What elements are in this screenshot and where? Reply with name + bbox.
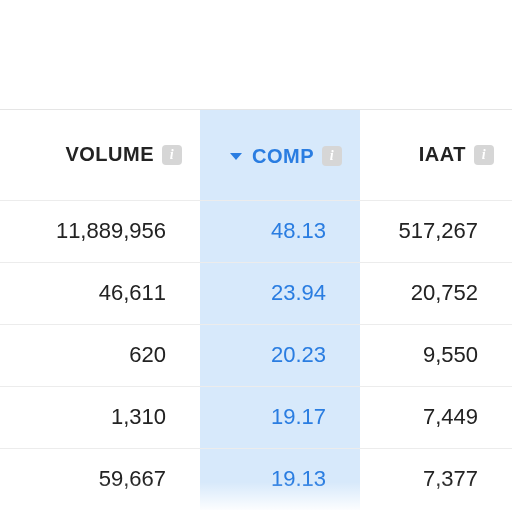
cell-volume: 59,667 — [0, 448, 200, 510]
data-table: VOLUME i COMP i IAAT i 11,889,956 — [0, 110, 512, 510]
cell-iaat: 7,377 — [360, 448, 512, 510]
info-icon[interactable]: i — [474, 145, 494, 165]
cell-iaat: 9,550 — [360, 324, 512, 386]
table-row: 620 20.23 9,550 — [0, 324, 512, 386]
top-spacer — [0, 0, 512, 110]
table-row: 11,889,956 48.13 517,267 — [0, 200, 512, 262]
sort-desc-icon — [230, 153, 242, 160]
column-header-volume[interactable]: VOLUME i — [0, 110, 200, 200]
cell-iaat: 7,449 — [360, 386, 512, 448]
table-header-row: VOLUME i COMP i IAAT i — [0, 110, 512, 200]
info-icon[interactable]: i — [322, 146, 342, 166]
column-header-comp[interactable]: COMP i — [200, 110, 360, 200]
cell-comp: 23.94 — [200, 262, 360, 324]
table-row: 59,667 19.13 7,377 — [0, 448, 512, 510]
column-label: VOLUME — [65, 143, 154, 166]
info-icon[interactable]: i — [162, 145, 182, 165]
cell-comp: 48.13 — [200, 200, 360, 262]
cell-volume: 46,611 — [0, 262, 200, 324]
cell-iaat: 517,267 — [360, 200, 512, 262]
cell-comp: 19.17 — [200, 386, 360, 448]
table-row: 1,310 19.17 7,449 — [0, 386, 512, 448]
cell-volume: 620 — [0, 324, 200, 386]
cell-comp: 19.13 — [200, 448, 360, 510]
column-header-iaat[interactable]: IAAT i — [360, 110, 512, 200]
column-label: COMP — [252, 145, 314, 168]
table-row: 46,611 23.94 20,752 — [0, 262, 512, 324]
cell-volume: 1,310 — [0, 386, 200, 448]
cell-iaat: 20,752 — [360, 262, 512, 324]
cell-volume: 11,889,956 — [0, 200, 200, 262]
column-label: IAAT — [419, 143, 466, 166]
cell-comp: 20.23 — [200, 324, 360, 386]
